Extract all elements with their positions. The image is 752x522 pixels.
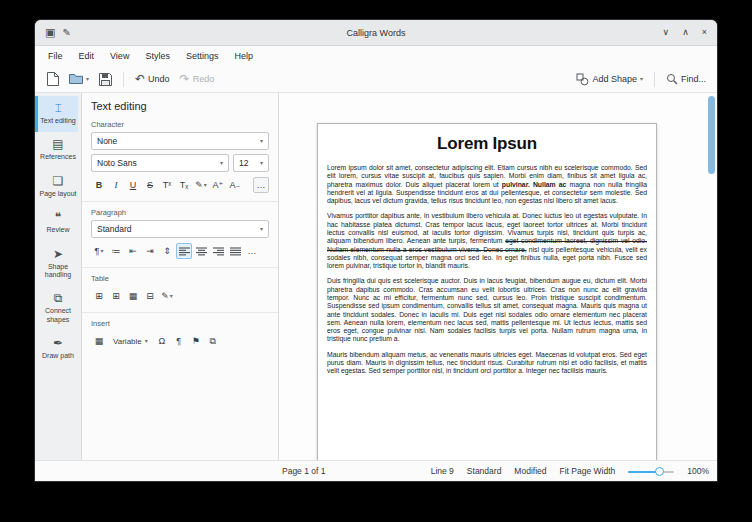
section-divider (82, 312, 278, 313)
align-center-icon (196, 247, 207, 256)
increase-indent-button[interactable]: ⇥ (142, 243, 158, 259)
paragraph-section-label: Paragraph (91, 208, 269, 217)
sidebar-item-label: Draw path (42, 352, 74, 360)
draw-path-icon: ✒ (53, 337, 63, 350)
find-button[interactable]: Find... (662, 70, 710, 88)
menu-edit[interactable]: Edit (71, 48, 103, 64)
insert-table-icon: ▦ (95, 337, 104, 346)
redo-label: Redo (193, 75, 215, 84)
page-break-button[interactable]: ¶ (171, 333, 187, 349)
menu-settings[interactable]: Settings (178, 48, 227, 64)
insert-row-below-button[interactable]: ⊞ (91, 288, 107, 304)
redo-button[interactable]: ↷ Redo (176, 70, 219, 88)
sidebar-item-shape-handling[interactable]: ➤Shape handling (35, 242, 78, 287)
strikethrough-button[interactable]: S (142, 177, 158, 193)
open-document-button[interactable]: ▾ (65, 70, 93, 88)
bookmark-button[interactable]: ⚑ (188, 333, 204, 349)
insert-section-label: Insert (91, 319, 269, 328)
shrink-font-button[interactable]: A₋ (227, 177, 243, 193)
paragraph-style-combobox[interactable]: Standard ▾ (91, 220, 269, 238)
menu-styles[interactable]: Styles (137, 48, 178, 64)
zoom-mode-button[interactable]: Fit Page Width (560, 466, 616, 476)
add-shape-button[interactable]: Add Shape ▾ (572, 70, 647, 89)
merge-cells-button[interactable]: ▦ (125, 288, 141, 304)
line-indicator: Line 9 (431, 466, 454, 476)
add-shape-label: Add Shape (592, 75, 637, 84)
text-direction-button[interactable]: ¶▾ (91, 243, 107, 259)
align-left-icon (179, 247, 190, 256)
align-right-icon (213, 247, 224, 256)
underline-button[interactable]: U (125, 177, 141, 193)
text-editing-icon: ⌶ (54, 102, 61, 115)
special-character-icon: Ω (158, 337, 165, 346)
highlight-color-button[interactable]: ✎▾ (193, 177, 209, 193)
document-paragraph: Duis fringilla dui quis est scelerisque … (327, 277, 647, 343)
vertical-scrollbar[interactable] (708, 95, 715, 458)
document-paragraph: Vivamus porttitor dapibus ante, in vesti… (327, 212, 647, 270)
decrease-indent-button[interactable]: ⇤ (125, 243, 141, 259)
undo-button[interactable]: ↶ Undo (131, 70, 174, 88)
more-paragraph-options-button[interactable]: … (244, 243, 260, 259)
zoom-percent[interactable]: 100% (687, 466, 709, 476)
hyperlink-button[interactable]: ⧉ (205, 333, 221, 349)
align-center-button[interactable] (193, 243, 209, 259)
minimize-button[interactable]: ∨ (663, 28, 670, 37)
zoom-slider-handle[interactable] (655, 467, 664, 476)
save-button[interactable] (95, 70, 116, 89)
chevron-down-icon: ▾ (204, 182, 207, 188)
search-icon (666, 73, 678, 85)
chevron-down-icon: ▾ (220, 160, 223, 166)
menu-file[interactable]: File (40, 48, 71, 64)
border-pen-button[interactable]: ✎▾ (159, 288, 175, 304)
special-character-button[interactable]: Ω (154, 333, 170, 349)
undo-icon: ↶ (135, 73, 145, 85)
scrollbar-thumb[interactable] (708, 96, 715, 174)
new-document-icon (46, 72, 59, 86)
character-style-combobox[interactable]: None ▾ (91, 132, 269, 150)
align-justify-button[interactable] (227, 243, 243, 259)
menu-view[interactable]: View (102, 48, 137, 64)
zoom-slider[interactable] (628, 466, 674, 477)
sidebar-item-page-layout[interactable]: ❏Page layout (35, 169, 78, 205)
bold-button[interactable]: B (91, 177, 107, 193)
font-size-combobox[interactable]: 12 ▾ (233, 154, 269, 172)
grow-font-button[interactable]: A⁺ (210, 177, 226, 193)
font-family-combobox[interactable]: Noto Sans ▾ (91, 154, 229, 172)
maximize-button[interactable]: ∧ (682, 28, 689, 37)
border-pen-icon: ✎ (161, 292, 169, 301)
sidebar-item-references[interactable]: ▤References (35, 132, 78, 168)
menu-help[interactable]: Help (226, 48, 261, 64)
italic-icon: I (115, 181, 118, 190)
insert-table-button[interactable]: ▦ (91, 333, 107, 349)
new-document-button[interactable] (42, 69, 63, 89)
chevron-down-icon: ▾ (260, 226, 263, 232)
text-direction-icon: ¶ (95, 247, 100, 256)
sidebar-item-review[interactable]: ❝Review (35, 205, 78, 241)
italic-button[interactable]: I (108, 177, 124, 193)
titlebar[interactable]: ▣ ✎ Calligra Words ∨ ∧ × (35, 20, 717, 46)
superscript-button[interactable]: Tˣ (159, 177, 175, 193)
sidebar-item-draw-path[interactable]: ✒Draw path (35, 331, 78, 367)
document-paragraph: Lorem ipsum dolor sit amet, consectetur … (327, 164, 647, 205)
line-spacing-button[interactable]: ⇕ (159, 243, 175, 259)
more-character-options-button[interactable]: … (253, 177, 269, 193)
insert-column-right-button[interactable]: ⊞ (108, 288, 124, 304)
save-icon (99, 73, 112, 86)
sidebar-item-text-editing[interactable]: ⌶Text editing (35, 96, 78, 132)
align-left-button[interactable] (176, 243, 192, 259)
align-right-button[interactable] (210, 243, 226, 259)
modified-indicator: Modified (514, 466, 546, 476)
character-style-value: None (97, 136, 117, 146)
bullet-list-button[interactable]: ≔ (108, 243, 124, 259)
variable-button[interactable]: Variable▾ (108, 333, 153, 349)
decrease-indent-icon: ⇤ (129, 247, 137, 256)
split-cells-button[interactable]: ⊟ (142, 288, 158, 304)
sidebar-item-connect-shapes[interactable]: ⧉Connect shapes (35, 286, 78, 331)
shape-handling-icon: ➤ (53, 248, 63, 261)
close-button[interactable]: × (702, 28, 707, 37)
document-page[interactable]: Lorem Ipsun Lorem ipsum dolor sit amet, … (317, 123, 657, 460)
chevron-down-icon: ▾ (145, 338, 148, 344)
subscript-button[interactable]: Tₓ (176, 177, 192, 193)
bullet-list-icon: ≔ (112, 247, 121, 256)
page-indicator: Page 1 of 1 (282, 466, 325, 476)
